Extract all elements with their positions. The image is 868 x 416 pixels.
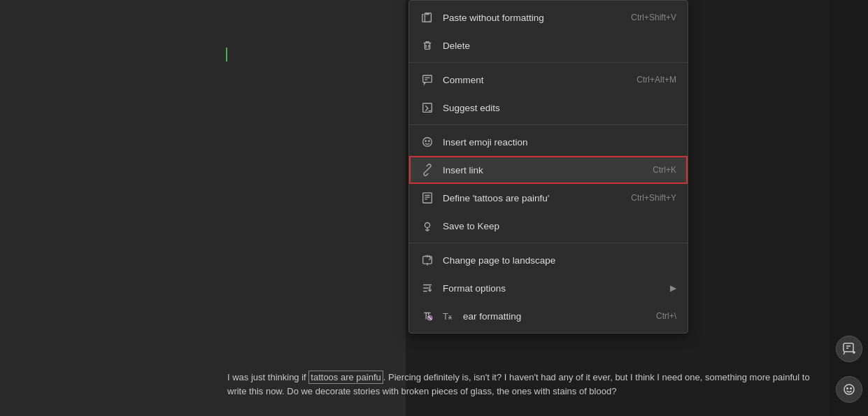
document-body: I was just thinking if tattoos are painf… [227,371,815,398]
add-comment-button[interactable] [836,336,862,362]
paste-no-format-label: Paste without formatting [443,13,622,23]
define-item[interactable]: Define 'tattoos are painfu' Ctrl+Shift+Y [409,184,688,212]
define-label: Define 'tattoos are painfu' [443,193,622,203]
clear-formatting-icon [420,309,434,323]
define-shortcut: Ctrl+Shift+Y [631,193,676,203]
suggest-edits-label: Suggest edits [443,103,676,113]
delete-label: Delete [443,41,676,51]
svg-rect-13 [423,193,432,203]
landscape-label: Change page to landscape [443,255,676,266]
selected-text: tattoos are painfu [308,371,383,384]
divider-2 [409,124,688,125]
divider-3 [409,243,688,243]
insert-emoji-item[interactable]: Insert emoji reaction [409,128,688,156]
link-icon [420,163,434,177]
delete-item[interactable]: Delete [409,31,688,59]
define-icon [420,191,434,205]
svg-point-10 [425,141,426,141]
suggest-edits-icon [420,101,434,115]
clear-formatting-tx: Tx [443,311,452,322]
svg-rect-1 [425,43,429,49]
paste-no-format-shortcut: Ctrl+Shift+V [631,13,676,22]
svg-rect-22 [844,343,853,352]
format-options-icon [420,281,434,295]
keep-icon [420,219,434,233]
svg-point-29 [850,388,851,389]
comment-icon [420,73,434,87]
svg-point-28 [846,388,848,389]
suggest-edits-item[interactable]: Suggest edits [409,94,688,122]
insert-emoji-label: Insert emoji reaction [443,137,676,148]
insert-link-label: Insert link [443,165,644,175]
text-cursor [226,48,227,62]
save-keep-label: Save to Keep [443,221,676,231]
paste-no-format-item[interactable]: Paste without formatting Ctrl+Shift+V [409,3,688,31]
format-options-item[interactable]: Format options ▶ [409,274,688,302]
delete-icon [420,38,434,52]
comment-item[interactable]: Comment Ctrl+Alt+M [409,66,688,94]
svg-line-12 [426,168,429,171]
format-options-arrow: ▶ [670,283,676,293]
comment-shortcut: Ctrl+Alt+M [636,75,676,85]
context-menu: Paste without formatting Ctrl+Shift+V De… [408,0,688,333]
landscape-icon [420,253,434,267]
document-area [0,0,406,416]
divider-1 [409,62,688,63]
insert-link-shortcut: Ctrl+K [653,165,676,175]
insert-link-item[interactable]: Insert link Ctrl+K [409,156,688,184]
paste-icon [420,10,434,24]
svg-point-27 [844,385,854,394]
svg-point-11 [429,141,429,141]
svg-point-17 [425,223,429,228]
doc-text-before: I was just thinking if [227,372,308,382]
emoji-icon [420,135,434,149]
clear-formatting-label: ear formatting [463,311,648,322]
right-sidebar [830,0,868,416]
clear-formatting-item[interactable]: Tx ear formatting Ctrl+\ [409,302,688,330]
svg-point-9 [423,138,432,147]
clear-formatting-shortcut: Ctrl+\ [656,311,676,321]
comment-label: Comment [443,75,628,85]
emoji-react-button[interactable] [836,376,862,403]
format-options-label: Format options [443,283,662,294]
landscape-item[interactable]: Change page to landscape [409,246,688,274]
save-keep-item[interactable]: Save to Keep [409,212,688,240]
svg-rect-4 [423,76,432,83]
